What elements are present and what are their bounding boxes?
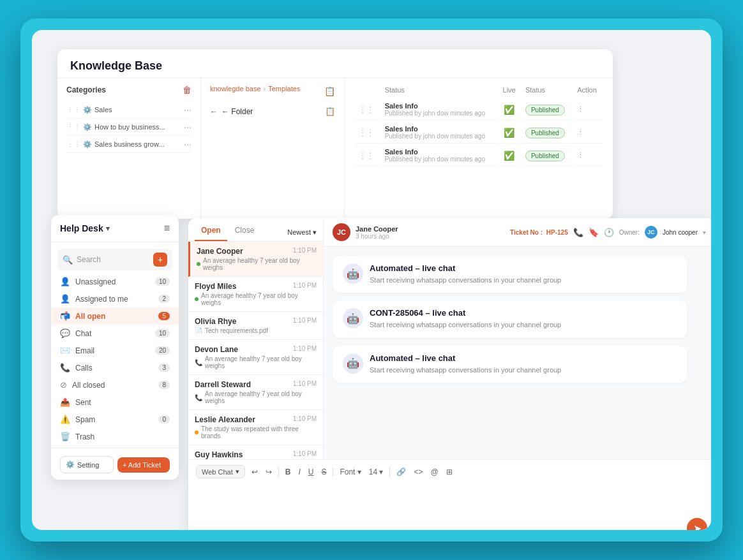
table-button[interactable]: ⊞ — [444, 466, 455, 478]
nav-label-trash: Trash — [75, 432, 94, 441]
tab-open[interactable]: Open — [195, 223, 227, 241]
redo-button[interactable]: ↪ — [263, 466, 274, 478]
cat-menu-3[interactable]: ··· — [184, 139, 191, 149]
nav-unassigned[interactable]: 👤 Unassigned 10 — [51, 273, 179, 290]
inner-frame: Knowledge Base Categories 🗑 ⋮⋮ ⚙️ Sales — [32, 30, 711, 530]
bubble-title-2: CONT-285064 – live chat — [370, 308, 677, 318]
fmt-sep-1 — [278, 468, 279, 476]
nav-spam[interactable]: ⚠️ Spam 0 — [51, 411, 179, 428]
ticket-time-2: 1:10 PM — [293, 282, 317, 291]
breadcrumb-base[interactable]: knowlegde base — [210, 85, 261, 92]
nav-email[interactable]: ✉️ Email 20 — [51, 342, 179, 359]
code-button[interactable]: <> — [411, 466, 425, 478]
article-row-3[interactable]: ⋮⋮ Sales Info Published by john dow minu… — [355, 145, 603, 166]
setting-label: Setting — [77, 461, 99, 469]
categories-add-icon[interactable]: 🗑 — [183, 85, 191, 95]
fontsize-button[interactable]: 14 ▾ — [366, 466, 386, 478]
compose-toolbar: Web Chat ▾ ↩ ↪ B I U S Font ▾ — [196, 465, 707, 478]
col-status: Status — [381, 86, 497, 98]
at-button[interactable]: @ — [428, 466, 440, 478]
channel-select[interactable]: Web Chat ▾ — [196, 465, 245, 478]
gear-icon-1: ⚙️ — [83, 106, 92, 114]
sort-label: Newest — [287, 228, 311, 236]
compose-textarea[interactable] — [196, 482, 707, 513]
article-menu-3[interactable]: ⋮ — [577, 151, 584, 159]
add-ticket-label: + Add Ticket — [123, 461, 161, 469]
link-button[interactable]: 🔗 — [394, 466, 409, 478]
setting-button[interactable]: ⚙️ Setting — [60, 456, 114, 473]
underline-button[interactable]: U — [306, 466, 317, 478]
bookmark-action-icon[interactable]: 🔖 — [589, 228, 599, 237]
channel-chevron-icon: ▾ — [236, 468, 239, 476]
owner-chevron-icon[interactable]: ▾ — [703, 229, 706, 236]
helpdesk-chevron-icon[interactable]: ▾ — [106, 225, 110, 233]
nav-calls[interactable]: 📞 Calls 3 — [51, 359, 179, 376]
kb-panel: Knowledge Base Categories 🗑 ⋮⋮ ⚙️ Sales — [57, 49, 613, 219]
bold-button[interactable]: B — [283, 466, 294, 478]
chat-user-name: Jane Cooper — [356, 225, 505, 233]
fmt-sep-3 — [389, 468, 390, 476]
search-add-button[interactable]: + — [153, 253, 167, 267]
nav-sent[interactable]: 📤 Sent — [51, 394, 179, 411]
tab-close[interactable]: Close — [229, 223, 261, 241]
helpdesk-header: Help Desk ▾ ≡ — [51, 215, 179, 242]
helpdesk-menu-icon[interactable]: ≡ — [164, 223, 170, 234]
owner-avatar: JC — [645, 226, 657, 239]
dot-2 — [195, 297, 199, 301]
nav-allclosed[interactable]: ⊘ All closed 8 — [51, 376, 179, 394]
folder-add-icon[interactable]: 📋 — [324, 86, 335, 96]
article-row-1[interactable]: ⋮⋮ Sales Info Published by john dow minu… — [355, 99, 603, 121]
ticket-preview-2: An average healthy 7 year old boy weighs — [201, 292, 317, 306]
kb-categories-col: Categories 🗑 ⋮⋮ ⚙️ Sales ··· ⋮⋮ — [57, 78, 201, 219]
channel-label: Web Chat — [202, 468, 233, 476]
ticket-preview-1: An average healthy 7 year old boy weighs — [203, 257, 317, 271]
search-placeholder[interactable]: Search — [77, 255, 149, 264]
nav-allopen[interactable]: 📬 All open 5 — [51, 307, 179, 325]
cat-item-3[interactable]: ⋮⋮ ⚙️ Sales business grow... ··· — [66, 136, 191, 153]
ticket-number: Ticket No : HP-125 — [510, 229, 568, 236]
nav-label-assigned: Assigned to me — [75, 295, 128, 304]
clock-action-icon[interactable]: 🕐 — [604, 228, 614, 237]
dot-1 — [197, 262, 200, 266]
send-button[interactable]: ➤ — [687, 518, 707, 530]
add-ticket-button[interactable]: + Add Ticket — [117, 457, 170, 473]
nav-chat[interactable]: 💬 Chat 10 — [51, 325, 179, 342]
italic-button[interactable]: I — [296, 466, 303, 478]
article-sub-2: Published by john dow minutes ago — [385, 133, 493, 140]
phone-action-icon[interactable]: 📞 — [573, 228, 583, 237]
nav-trash[interactable]: 🗑️ Trash — [51, 428, 179, 445]
folder-label[interactable]: ← Folder — [221, 107, 253, 116]
ticket-item-5[interactable]: Darrell Steward 1:10 PM 📞 An average hea… — [188, 375, 323, 410]
sort-dropdown[interactable]: Newest ▾ — [287, 228, 317, 237]
font-button[interactable]: Font ▾ — [337, 466, 363, 478]
ticket-item-3[interactable]: Olivia Rhye 1:10 PM 📄 Tech requirements.… — [188, 312, 323, 340]
ticket-item-1[interactable]: Jane Cooper 1:10 PM An average healthy 7… — [188, 242, 323, 277]
folder-action-icon[interactable]: 📋 — [325, 107, 335, 116]
nav-assigned[interactable]: 👤 Assigned to me 2 — [51, 290, 179, 307]
ticket-item-2[interactable]: Floyd Miles 1:10 PM An average healthy 7… — [188, 277, 323, 312]
breadcrumb-sub[interactable]: Templates — [268, 85, 300, 92]
compose-footer: ➤ — [196, 518, 707, 530]
cat-menu-1[interactable]: ··· — [184, 105, 191, 115]
badge-allclosed: 8 — [158, 381, 170, 389]
article-menu-2[interactable]: ⋮ — [577, 128, 584, 136]
chat-compose: Web Chat ▾ ↩ ↪ B I U S Font ▾ — [188, 459, 711, 530]
folder-back-icon[interactable]: ← — [210, 107, 218, 116]
cat-menu-2[interactable]: ··· — [184, 122, 191, 132]
cat-item-2[interactable]: ⋮⋮ ⚙️ How to buy business... ··· — [66, 119, 191, 136]
bubble-text-3: Start receiving whatsapp conversations i… — [370, 365, 677, 375]
ticket-item-4[interactable]: Devon Lane 1:10 PM 📞 An average healthy … — [188, 340, 323, 375]
strikethrough-button[interactable]: S — [319, 466, 329, 478]
ticket-item-6[interactable]: Leslie Alexander 1:10 PM The study was r… — [188, 410, 323, 445]
status-badge-3: Published — [525, 151, 565, 161]
cat-item-1[interactable]: ⋮⋮ ⚙️ Sales ··· — [66, 101, 191, 119]
article-title-1: Sales Info — [385, 102, 493, 110]
live-check-3: ✅ — [504, 151, 514, 161]
undo-button[interactable]: ↩ — [249, 466, 260, 478]
ticket-name-7: Guy Hawkins — [195, 450, 243, 459]
article-row-2[interactable]: ⋮⋮ Sales Info Published by john dow minu… — [355, 122, 603, 144]
assigned-icon: 👤 — [60, 294, 70, 304]
article-menu-1[interactable]: ⋮ — [577, 105, 584, 113]
bot-avatar-2: 🤖 — [343, 308, 363, 328]
tickets-tabs-row: Open Close Newest ▾ — [188, 218, 323, 242]
